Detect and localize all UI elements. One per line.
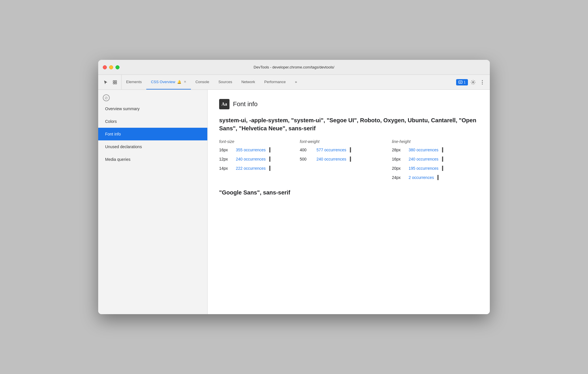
- settings-icon[interactable]: [469, 78, 477, 86]
- line-height-bar-3[interactable]: [442, 166, 443, 171]
- font-props-row-2: 12px 240 occurrences 500 240 occurrences…: [219, 157, 478, 162]
- line-height-link-1[interactable]: 380 occurrences: [409, 148, 439, 152]
- close-button[interactable]: [103, 65, 107, 69]
- tabs-row: Elements CSS Overview 🔔 ✕ Console Source…: [122, 75, 454, 89]
- font-weight-bar-1[interactable]: [350, 147, 351, 152]
- sidebar-top-icons: ⊘: [98, 92, 207, 102]
- sidebar-item-font-info[interactable]: Font info: [98, 128, 207, 140]
- font-family-name: system-ui, -apple-system, "system-ui", "…: [219, 116, 478, 132]
- font-size-bar-2[interactable]: [269, 157, 270, 162]
- font-size-value-2: 12px: [219, 157, 234, 161]
- toolbar-right: 1: [454, 75, 489, 89]
- props-header: font-size font-weight line-height: [219, 139, 478, 144]
- devtools-toolbar: Elements CSS Overview 🔔 ✕ Console Source…: [98, 75, 490, 90]
- font-aa-icon: Aa: [219, 99, 229, 109]
- font-weight-value-2: 500: [300, 157, 314, 161]
- tab-network[interactable]: Network: [237, 75, 260, 89]
- devtools-window: DevTools - developer.chrome.com/tags/dev…: [98, 60, 490, 314]
- tab-performance[interactable]: Performance: [260, 75, 290, 89]
- font-weight-link-1[interactable]: 577 occurrences: [316, 148, 346, 152]
- font-props-row-3: 14px 222 occurrences 20px 195 occurrence…: [219, 166, 478, 171]
- tab-console[interactable]: Console: [191, 75, 214, 89]
- line-height-header: line-height: [392, 139, 484, 144]
- font-weight-cell-2: 500 240 occurrences: [300, 157, 392, 162]
- font-props-row-1: 16px 355 occurrences 400 577 occurrences…: [219, 147, 478, 152]
- font-size-link-1[interactable]: 355 occurrences: [236, 148, 266, 152]
- sidebar-item-unused-declarations[interactable]: Unused declarations: [98, 140, 207, 153]
- line-height-bar-4[interactable]: [437, 175, 439, 180]
- sidebar: ⊘ Overview summary Colors Font info Unus…: [98, 90, 208, 314]
- tab-close-icon[interactable]: ✕: [184, 80, 186, 84]
- font-weight-link-2[interactable]: 240 occurrences: [316, 157, 346, 161]
- svg-point-8: [482, 83, 483, 84]
- svg-point-7: [482, 82, 483, 83]
- svg-point-5: [473, 81, 474, 83]
- section-title: Font info: [233, 100, 258, 108]
- window-title: DevTools - developer.chrome.com/tags/dev…: [254, 65, 334, 69]
- google-sans-family: "Google Sans", sans-serif: [219, 189, 478, 196]
- sidebar-item-colors[interactable]: Colors: [98, 115, 207, 128]
- font-size-value-3: 14px: [219, 166, 234, 171]
- svg-rect-3: [115, 83, 117, 84]
- maximize-button[interactable]: [115, 65, 120, 69]
- font-size-header: font-size: [219, 139, 300, 144]
- font-size-bar-1[interactable]: [269, 147, 270, 152]
- line-height-cell-4: 24px 2 occurrences: [392, 175, 484, 180]
- font-size-link-2[interactable]: 240 occurrences: [236, 157, 266, 161]
- tab-more[interactable]: »: [290, 75, 301, 89]
- line-height-value-2: 16px: [392, 157, 406, 161]
- section-header: Aa Font info: [219, 99, 478, 109]
- notification-button[interactable]: 1: [456, 79, 468, 85]
- line-height-value-1: 28px: [392, 148, 406, 152]
- no-entry-icon: ⊘: [103, 94, 110, 101]
- line-height-value-3: 20px: [392, 166, 406, 171]
- font-size-link-3[interactable]: 222 occurrences: [236, 166, 266, 171]
- main-layout: ⊘ Overview summary Colors Font info Unus…: [98, 90, 490, 314]
- font-size-cell-1: 16px 355 occurrences: [219, 147, 300, 152]
- font-size-cell-2: 12px 240 occurrences: [219, 157, 300, 162]
- font-weight-header: font-weight: [300, 139, 392, 144]
- cursor-icon[interactable]: [102, 78, 110, 86]
- toolbar-icons: [99, 75, 122, 89]
- warning-icon: 🔔: [177, 80, 181, 84]
- svg-rect-2: [113, 83, 115, 84]
- svg-rect-1: [115, 81, 117, 82]
- font-weight-value-1: 400: [300, 148, 314, 152]
- svg-rect-0: [113, 81, 115, 82]
- font-size-bar-3[interactable]: [269, 166, 270, 171]
- sidebar-item-media-queries[interactable]: Media queries: [98, 153, 207, 166]
- line-height-value-4: 24px: [392, 175, 406, 180]
- more-options-icon[interactable]: [478, 78, 486, 86]
- minimize-button[interactable]: [109, 65, 113, 69]
- inspect-icon[interactable]: [111, 78, 119, 86]
- font-props-row-4: 24px 2 occurrences: [219, 175, 478, 180]
- font-size-cell-3: 14px 222 occurrences: [219, 166, 300, 171]
- line-height-link-4[interactable]: 2 occurrences: [409, 175, 434, 180]
- line-height-cell-2: 16px 240 occurrences: [392, 157, 484, 162]
- traffic-lights: [103, 65, 120, 69]
- line-height-cell-1: 28px 380 occurrences: [392, 147, 484, 152]
- font-size-value-1: 16px: [219, 148, 234, 152]
- tab-sources[interactable]: Sources: [214, 75, 237, 89]
- sidebar-item-overview-summary[interactable]: Overview summary: [98, 102, 207, 115]
- line-height-bar-1[interactable]: [442, 147, 443, 152]
- font-weight-cell-1: 400 577 occurrences: [300, 147, 392, 152]
- content-area: Aa Font info system-ui, -apple-system, "…: [208, 90, 490, 314]
- font-weight-bar-2[interactable]: [350, 157, 351, 162]
- svg-point-6: [482, 80, 483, 81]
- line-height-link-2[interactable]: 240 occurrences: [409, 157, 439, 161]
- line-height-cell-3: 20px 195 occurrences: [392, 166, 484, 171]
- tab-css-overview[interactable]: CSS Overview 🔔 ✕: [146, 75, 191, 89]
- line-height-link-3[interactable]: 195 occurrences: [409, 166, 439, 171]
- titlebar: DevTools - developer.chrome.com/tags/dev…: [98, 60, 490, 75]
- line-height-bar-2[interactable]: [442, 157, 443, 162]
- tab-elements[interactable]: Elements: [122, 75, 146, 89]
